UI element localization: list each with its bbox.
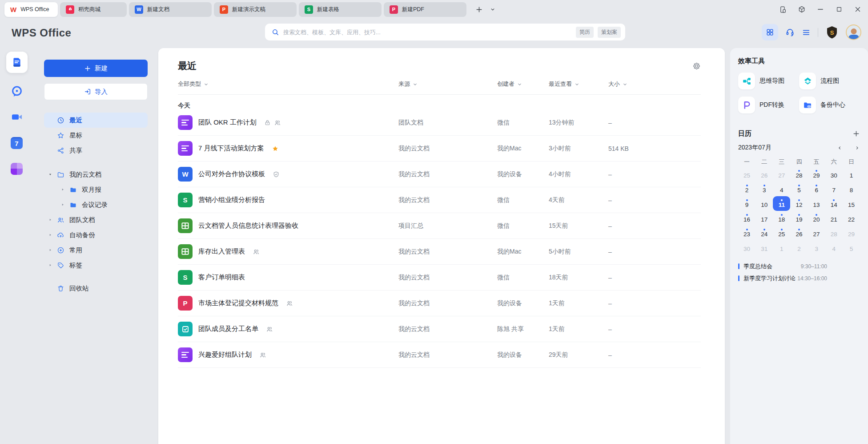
rail-meetings[interactable] (10, 110, 24, 124)
calendar-day[interactable]: 5 (843, 240, 860, 255)
file-row[interactable]: W 公司对外合作协议模板 我的云文档 我的设备 4小时前 – (178, 161, 701, 187)
minimize-button[interactable] (816, 5, 824, 13)
calendar-day[interactable]: 19 (790, 211, 808, 226)
sidebar-item-meeting-notes[interactable]: 会议记录 (44, 197, 148, 212)
caret-right-icon[interactable] (48, 248, 52, 252)
sidebar-item-recycle-bin[interactable]: 回收站 (44, 281, 148, 296)
calendar-day[interactable]: 13 (808, 196, 825, 211)
sidebar-item-frequent[interactable]: 常用 (44, 242, 148, 258)
caret-right-icon[interactable] (48, 218, 52, 222)
search-bar[interactable]: 简历 策划案 (265, 24, 625, 40)
search-tag-proposal[interactable]: 策划案 (598, 27, 621, 38)
sidebar-item-my-cloud-docs[interactable]: 我的云文档 (44, 167, 148, 182)
membership-badge-icon[interactable]: S (825, 25, 839, 40)
calendar-day[interactable]: 30 (825, 167, 843, 182)
maximize-button[interactable] (835, 5, 843, 13)
calendar-day[interactable]: 22 (843, 211, 860, 226)
filter-all-types[interactable]: 全部类型 (178, 80, 398, 88)
event-item[interactable]: 新季度学习计划讨论 14:30–16:00 (738, 272, 860, 284)
sidebar-item-shared[interactable]: 共享 (44, 143, 148, 158)
column-creator[interactable]: 创建者 (497, 80, 549, 88)
tab-new-presentation[interactable]: P 新建演示文稿 (214, 2, 297, 17)
search-input[interactable] (283, 29, 572, 36)
calendar-day[interactable]: 4 (825, 240, 843, 255)
file-row[interactable]: S 客户订单明细表 我的云文档 微信 18天前 – (178, 265, 701, 291)
user-avatar[interactable] (846, 24, 861, 40)
list-settings-button[interactable] (692, 62, 701, 70)
sidebar-item-auto-backup[interactable]: 自动备份 (44, 227, 148, 242)
calendar-day[interactable]: 14 (825, 196, 843, 211)
calendar-day[interactable]: 6 (808, 182, 825, 196)
calendar-day[interactable]: 7 (825, 182, 843, 196)
file-row[interactable]: 团队 OKR 工作计划 团队文档 微信 13分钟前 – (178, 110, 701, 136)
calendar-day[interactable]: 28 (825, 226, 843, 240)
calendar-day[interactable]: 9 (738, 196, 755, 211)
calendar-day[interactable]: 5 (790, 182, 808, 196)
tool-flowchart[interactable]: 流程图 (799, 73, 860, 89)
tab-wps-office[interactable]: W WPS Office (4, 2, 58, 17)
calendar-day[interactable]: 17 (755, 211, 773, 226)
calendar-day-selected[interactable]: 11 (773, 196, 790, 211)
calendar-day[interactable]: 27 (773, 167, 790, 182)
calendar-day[interactable]: 10 (755, 196, 773, 211)
calendar-day[interactable]: 1 (843, 167, 860, 182)
calendar-day[interactable]: 26 (755, 167, 773, 182)
support-headset-button[interactable] (785, 28, 795, 37)
sidebar-item-recent[interactable]: 最近 (44, 113, 148, 128)
apps-grid-button[interactable] (762, 24, 778, 40)
calendar-day[interactable]: 18 (773, 211, 790, 226)
file-row[interactable]: 7 月线下活动策划方案 我的云文档 我的Mac 3小时前 514 KB (178, 136, 701, 161)
import-button[interactable]: 导入 (44, 83, 148, 100)
calendar-next-button[interactable] (854, 145, 860, 151)
caret-right-icon[interactable] (48, 233, 52, 237)
file-row[interactable]: 团队成员及分工名单 我的云文档 陈旭 共享 1天前 – (178, 316, 701, 342)
calendar-day[interactable]: 30 (738, 240, 755, 255)
calendar-day[interactable]: 3 (808, 240, 825, 255)
sidebar-item-tags[interactable]: 标签 (44, 258, 148, 273)
calendar-day[interactable]: 8 (843, 182, 860, 196)
calendar-day[interactable]: 29 (843, 226, 860, 240)
calendar-day[interactable]: 25 (773, 226, 790, 240)
rail-docs-home-active[interactable] (6, 52, 28, 73)
calendar-day[interactable]: 23 (738, 226, 755, 240)
calendar-day[interactable]: 3 (755, 182, 773, 196)
calendar-day[interactable]: 25 (738, 167, 755, 182)
calendar-day[interactable]: 26 (790, 226, 808, 240)
tab-list-dropdown[interactable] (487, 4, 498, 15)
sidebar-item-starred[interactable]: 星标 (44, 128, 148, 143)
sidebar-item-team-docs[interactable]: 团队文档 (44, 212, 148, 227)
column-source[interactable]: 来源 (398, 80, 497, 88)
mobile-preview-button[interactable] (779, 5, 787, 13)
tab-new-pdf[interactable]: P 新建PDF (384, 2, 466, 17)
calendar-day[interactable]: 15 (843, 196, 860, 211)
file-row[interactable]: S 营销小组业绩分析报告 我的云文档 微信 4天前 – (178, 187, 701, 213)
search-tag-resume[interactable]: 简历 (576, 27, 594, 38)
calendar-day[interactable]: 27 (808, 226, 825, 240)
caret-down-icon[interactable] (48, 172, 52, 177)
file-row[interactable]: 库存出入管理表 我的云文档 我的Mac 5小时前 – (178, 239, 701, 265)
tool-backup-center[interactable]: 备份中心 (799, 97, 860, 113)
event-item[interactable]: 季度总结会 9:30–11:00 (738, 260, 860, 272)
calendar-day[interactable]: 4 (773, 182, 790, 196)
file-row[interactable]: P 市场主体登记提交材料规范 我的云文档 我的设备 1天前 – (178, 291, 701, 316)
global-menu-button[interactable] (802, 28, 811, 37)
column-size[interactable]: 大小 (608, 80, 701, 88)
calendar-day[interactable]: 16 (738, 211, 755, 226)
new-document-button[interactable]: 新建 (44, 60, 148, 77)
tab-new-document[interactable]: W 新建文档 (129, 2, 212, 17)
tab-new-spreadsheet[interactable]: S 新建表格 (299, 2, 382, 17)
calendar-day[interactable]: 24 (755, 226, 773, 240)
rail-apps-more[interactable] (10, 162, 24, 175)
column-last-viewed[interactable]: 最近查看 (549, 80, 608, 88)
caret-right-icon[interactable] (60, 187, 65, 192)
close-button[interactable] (854, 5, 862, 13)
file-row[interactable]: 兴趣爱好组队计划 我的云文档 我的设备 29天前 – (178, 342, 701, 368)
file-row[interactable]: 云文档管人员信息统计表理器验收 项目汇总 微信 15天前 – (178, 213, 701, 239)
new-tab-button[interactable] (473, 4, 485, 15)
app-box-button[interactable] (798, 5, 806, 13)
calendar-day[interactable]: 21 (825, 211, 843, 226)
calendar-day[interactable]: 31 (755, 240, 773, 255)
rail-messages[interactable] (10, 85, 24, 98)
calendar-day[interactable]: 28 (790, 167, 808, 182)
sidebar-item-bimonthly-report[interactable]: 双月报 (44, 182, 148, 197)
